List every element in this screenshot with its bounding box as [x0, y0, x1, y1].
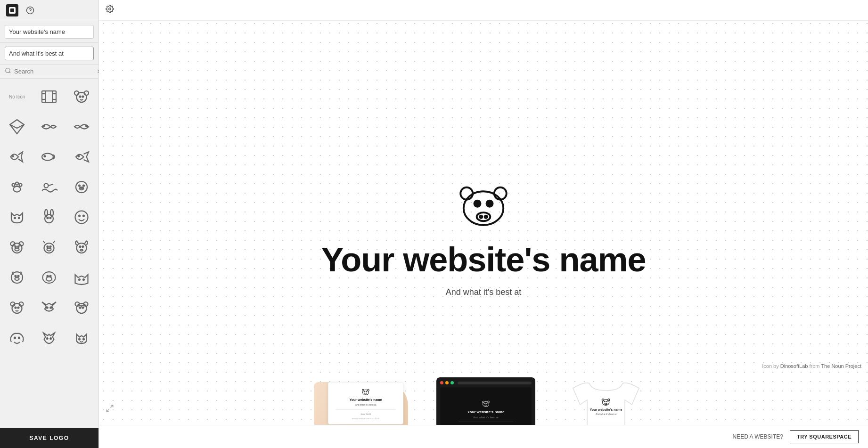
fish3-icon-option[interactable]: [2, 143, 32, 171]
svg-point-93: [480, 216, 482, 218]
gem-icon-option[interactable]: [2, 113, 32, 141]
svg-point-26: [19, 184, 22, 187]
svg-point-72: [18, 307, 19, 309]
bear-face-icon-option[interactable]: [66, 82, 97, 111]
need-website-text: NEED A WEBSITE?: [733, 433, 783, 440]
attribution-text: Icon by DinosoftLab from The Noun Projec…: [762, 363, 861, 369]
svg-point-97: [363, 390, 369, 395]
hippo-icon-preview: [453, 171, 514, 233]
svg-point-63: [46, 277, 52, 281]
squarespace-logo-button[interactable]: [6, 4, 19, 17]
raccoon-icon-option[interactable]: [66, 293, 97, 322]
svg-point-59: [15, 277, 19, 280]
svg-point-106: [484, 403, 485, 404]
svg-point-56: [82, 246, 83, 247]
svg-point-54: [76, 243, 86, 253]
svg-point-35: [18, 217, 20, 219]
no-icon-option[interactable]: No Icon: [2, 82, 32, 111]
svg-point-33: [83, 185, 84, 187]
bottom-bar: NEED A WEBSITE? TRY SQUARESPACE: [99, 425, 868, 448]
cat2-icon-option[interactable]: [66, 263, 97, 292]
svg-point-15: [82, 96, 83, 98]
svg-point-71: [15, 307, 16, 309]
svg-point-61: [18, 276, 19, 277]
swim-icon-option[interactable]: [34, 173, 64, 201]
bear2-icon-option[interactable]: [2, 233, 32, 261]
svg-line-3: [9, 72, 11, 73]
svg-point-81: [18, 337, 20, 339]
svg-point-66: [79, 279, 80, 280]
svg-point-75: [76, 303, 86, 313]
svg-point-67: [83, 279, 84, 280]
search-input[interactable]: [14, 68, 93, 75]
dragon-icon-option[interactable]: [2, 324, 32, 352]
svg-point-83: [50, 338, 52, 339]
film-icon-option[interactable]: [34, 82, 64, 111]
logo-preview: Your website's name And what it's best a…: [321, 171, 646, 297]
svg-point-36: [45, 214, 53, 223]
svg-point-102: [365, 393, 367, 394]
svg-point-39: [47, 217, 49, 219]
svg-point-86: [109, 8, 111, 10]
try-squarespace-button[interactable]: TRY SQUARESPACE: [790, 430, 859, 443]
save-logo-button[interactable]: SAVE LOGO: [0, 428, 98, 448]
svg-point-41: [75, 211, 88, 224]
svg-point-2: [6, 68, 10, 73]
svg-point-20: [42, 154, 53, 161]
logo-name-preview-text: Your website's name: [321, 241, 646, 278]
fish1-icon-option[interactable]: [34, 113, 64, 141]
svg-point-17: [43, 125, 45, 127]
svg-point-52: [47, 246, 49, 247]
svg-point-53: [50, 246, 51, 247]
help-icon-button[interactable]: [24, 4, 37, 17]
tagline-input[interactable]: [5, 47, 94, 60]
svg-rect-4: [42, 91, 56, 102]
cat3-icon-option[interactable]: [66, 324, 97, 352]
name-input-container: [0, 21, 98, 43]
svg-point-30: [81, 188, 82, 189]
icon-grid: No Icon: [0, 79, 98, 428]
svg-point-25: [16, 182, 18, 185]
search-container: ×: [0, 65, 98, 79]
svg-point-112: [605, 401, 606, 402]
svg-point-109: [603, 399, 609, 405]
svg-point-92: [477, 213, 491, 221]
svg-point-32: [79, 185, 80, 187]
svg-point-42: [79, 215, 80, 217]
svg-point-79: [82, 307, 83, 309]
svg-point-47: [15, 248, 19, 251]
svg-point-14: [79, 96, 81, 98]
svg-point-98: [362, 389, 364, 391]
attribution-author-link[interactable]: DinosoftLab: [780, 363, 808, 369]
svg-point-90: [474, 201, 480, 207]
attribution-source-link[interactable]: The Noun Project: [821, 363, 861, 369]
svg-point-111: [608, 399, 610, 401]
fish5-icon-option[interactable]: [66, 143, 97, 171]
svg-point-24: [12, 184, 15, 187]
pig3-icon-option[interactable]: [34, 263, 64, 292]
svg-point-99: [368, 389, 369, 391]
fish2-icon-option[interactable]: [66, 113, 97, 141]
pig-icon-option[interactable]: [66, 173, 97, 201]
svg-point-105: [488, 401, 490, 403]
svg-point-43: [83, 215, 84, 217]
fox-icon-option[interactable]: [34, 293, 64, 322]
logo-tagline-preview-text: And what it's best at: [446, 287, 522, 297]
svg-point-60: [15, 276, 16, 277]
rabbit-icon-option[interactable]: [34, 203, 64, 231]
fish4-icon-option[interactable]: [34, 143, 64, 171]
sidebar-top-bar: [0, 0, 98, 21]
cow-icon-option[interactable]: [34, 233, 64, 261]
settings-icon[interactable]: [106, 5, 114, 16]
bear3-icon-option[interactable]: [2, 293, 32, 322]
svg-point-21: [44, 155, 46, 157]
website-name-input[interactable]: [5, 25, 94, 39]
wolf-icon-option[interactable]: [34, 324, 64, 352]
smiley-icon-option[interactable]: [66, 203, 97, 231]
paw-icon-option[interactable]: [2, 173, 32, 201]
svg-point-22: [78, 155, 79, 157]
cat-face-icon-option[interactable]: [2, 203, 32, 231]
pig2-icon-option[interactable]: [2, 263, 32, 292]
dog-icon-option[interactable]: [66, 233, 97, 261]
expand-icon[interactable]: [106, 404, 114, 415]
